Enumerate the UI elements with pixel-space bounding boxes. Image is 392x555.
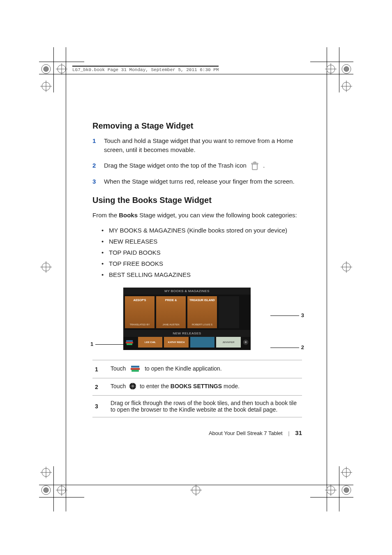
step-text: When the Stage widget turns red, release… (104, 177, 295, 186)
svg-rect-10 (131, 370, 139, 371)
crop-mark (39, 485, 353, 485)
book-tile-empty (219, 296, 239, 328)
book-tile: PRIDE & JANE AUSTEN (156, 296, 186, 328)
svg-point-55 (192, 486, 200, 494)
crop-mark (39, 62, 84, 62)
step-number: 2 (92, 161, 98, 170)
text-fragment: to open the Kindle application. (145, 365, 222, 372)
widget-row: AESOP'S TRANSLATED BY PRIDE & JANE AUSTE… (123, 295, 251, 330)
gear-icon (242, 338, 249, 346)
gear-icon (129, 382, 136, 391)
svg-rect-9 (131, 366, 139, 367)
crop-mark (339, 47, 339, 92)
kindle-icon (129, 364, 141, 374)
svg-point-26 (344, 67, 349, 71)
svg-rect-3 (126, 342, 133, 343)
crop-mark (53, 466, 54, 511)
svg-point-47 (342, 486, 351, 495)
svg-point-25 (342, 64, 351, 74)
callout-num: 1 (92, 360, 108, 378)
callout-1: 1 (90, 341, 93, 347)
callout-line (270, 315, 299, 316)
list-item: NEW RELEASES (101, 236, 302, 247)
crop-mark (66, 47, 66, 511)
text-fragment: Touch (111, 365, 127, 372)
crop-mark (310, 497, 353, 497)
text-fragment: From the (92, 212, 119, 219)
crop-mark (339, 466, 339, 511)
callout-num: 2 (92, 378, 108, 396)
trash-icon (251, 161, 259, 170)
callout-table: 1 Touch to open the Kindle application. … (92, 360, 302, 417)
svg-point-30 (342, 82, 350, 90)
callout-num: 3 (92, 396, 108, 417)
callout-label: 2 (301, 344, 304, 350)
crop-mark (327, 47, 327, 511)
svg-point-36 (342, 263, 350, 271)
svg-point-27 (327, 65, 335, 73)
text-fragment: mode. (224, 383, 240, 389)
svg-point-40 (44, 488, 48, 493)
callout-line (270, 348, 299, 348)
book-tile: TREASUR ISLAND ROBERT LOUIS S (187, 296, 217, 328)
book-author: TRANSLATED BY (130, 323, 150, 326)
mini-tile (190, 337, 214, 348)
crop-mark (53, 47, 54, 92)
print-meta-header: LG7_bk0.book Page 31 Monday, September 5… (72, 66, 219, 72)
svg-point-17 (42, 64, 51, 74)
svg-point-41 (58, 486, 66, 494)
svg-point-12 (131, 385, 134, 387)
mini-tile: KATHY REICH (164, 337, 188, 348)
step-text-fragment: Drag the Stage widget onto the top of th… (104, 162, 248, 169)
svg-rect-0 (252, 164, 257, 170)
book-author: JANE AUSTEN (162, 323, 179, 326)
svg-rect-2 (254, 162, 256, 163)
callout-label: 3 (301, 312, 304, 318)
text-fragment: Stage widget, you can view the following… (138, 212, 297, 219)
text-fragment: to enter the (140, 383, 171, 389)
book-author: ROBERT LOUIS S (192, 323, 212, 326)
list-item: 2 Drag the Stage widget onto the top of … (92, 161, 302, 170)
section-heading-removing: Removing a Stage Widget (92, 121, 302, 131)
list-item: BEST SELLING MAGAZINES (101, 269, 302, 280)
svg-point-18 (44, 67, 48, 71)
crop-mark (310, 62, 353, 62)
text-bold: Books (119, 212, 138, 219)
step-number: 1 (92, 136, 98, 154)
svg-point-22 (42, 82, 50, 90)
callout-desc: Touch to enter the BOOKS SETTINGS mode. (108, 378, 302, 396)
svg-point-7 (244, 341, 247, 343)
page-number: 31 (295, 429, 302, 436)
step-text-fragment: . (263, 162, 265, 169)
crop-mark (39, 497, 84, 497)
intro-paragraph: From the Books Stage widget, you can vie… (92, 211, 302, 220)
section-heading-books: Using the Books Stage Widget (92, 196, 302, 205)
callout-label: 1 (90, 341, 93, 347)
widget-category-header: MY BOOKS & MAGAZINES (123, 288, 251, 295)
svg-point-48 (344, 488, 349, 493)
list-item: TOP FREE BOOKS (101, 258, 302, 269)
mini-tile: LEE CHIL (138, 337, 162, 348)
text-bold: BOOKS SETTINGS (171, 383, 222, 389)
svg-point-33 (42, 263, 50, 271)
widget-row: LEE CHIL KATHY REICH JENNIFER (123, 337, 251, 348)
callout-line (95, 344, 124, 345)
svg-point-19 (58, 65, 66, 73)
callout-2: 2 (301, 344, 304, 350)
callout-desc: Drag or flick through the rows of the bo… (108, 396, 302, 417)
book-title: PRIDE & (165, 299, 177, 302)
svg-point-39 (42, 486, 51, 495)
svg-rect-4 (126, 340, 133, 342)
step-text: Touch and hold a Stage widget that you w… (104, 136, 302, 154)
footer-separator: | (288, 430, 289, 436)
widget-category-header: NEW RELEASES (123, 330, 251, 337)
svg-rect-5 (127, 343, 132, 345)
svg-point-44 (42, 468, 50, 477)
step-text: Drag the Stage widget onto the top of th… (104, 161, 265, 170)
list-item: TOP PAID BOOKS (101, 247, 302, 258)
crop-mark (39, 74, 353, 74)
kindle-icon (125, 338, 134, 347)
book-title: TREASUR ISLAND (189, 299, 215, 302)
callout-desc: Touch to open the Kindle application. (108, 360, 302, 378)
widget-figure: 1 3 2 MY BOOKS & MAGAZINES AESOP'S TRANS… (123, 288, 271, 350)
